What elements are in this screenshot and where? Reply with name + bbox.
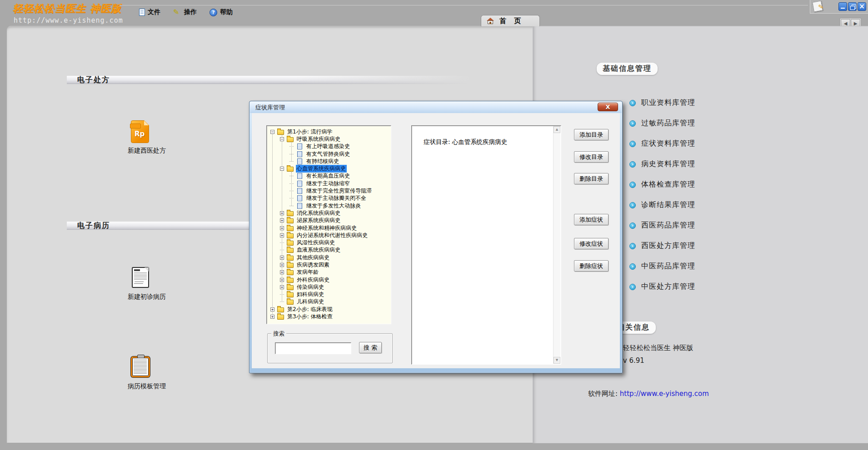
tree-node-label[interactable]: 第1小步: 流行病学: [286, 128, 334, 136]
site-link[interactable]: http://www.e-yisheng.com: [620, 390, 709, 398]
add-symptom-button[interactable]: 添加症状: [574, 214, 609, 225]
tree-node[interactable]: 继发于多发性大动脉炎: [267, 202, 390, 209]
expand-icon[interactable]: +: [280, 226, 284, 230]
expand-icon[interactable]: +: [270, 307, 274, 312]
tree-node-label[interactable]: 传染病病史: [296, 283, 325, 291]
collapse-icon[interactable]: −: [280, 167, 284, 171]
tree-node-label[interactable]: 儿科病病史: [296, 298, 325, 306]
expand-icon[interactable]: +: [280, 278, 284, 282]
tree-node-label[interactable]: 风湿性疾病病史: [296, 239, 336, 247]
expand-icon[interactable]: +: [280, 256, 284, 260]
collapse-icon[interactable]: −: [280, 137, 284, 141]
tree-node[interactable]: 有支气管肺炎病史: [267, 150, 390, 158]
tree-node-label[interactable]: 继发于主动脉瓣关闭不全: [305, 194, 367, 202]
scroll-up-icon[interactable]: ▲: [554, 126, 560, 133]
sidebar-item[interactable]: ›病史资料库管理: [629, 159, 695, 169]
tree-node-label[interactable]: 神经系统和精神疾病病史: [296, 224, 358, 232]
content-scrollbar[interactable]: ▲ ▼: [553, 126, 560, 364]
expand-icon[interactable]: +: [280, 270, 284, 274]
tree-node[interactable]: −第1小步: 流行病学: [267, 128, 390, 135]
tree-node-label[interactable]: 妇科病病史: [296, 291, 325, 298]
tree-node[interactable]: +第2小步: 临床表现: [267, 306, 390, 313]
sidebar-item[interactable]: ›中医处方库管理: [629, 282, 695, 292]
tree-node[interactable]: +外科疾病病史: [267, 276, 390, 283]
tree-node[interactable]: 继发于主动脉瓣关闭不全: [267, 195, 390, 202]
edit-symptom-button[interactable]: 修改症状: [574, 238, 609, 249]
tree-node-label[interactable]: 第2小步: 临床表现: [286, 306, 334, 313]
tree-node-label[interactable]: 泌尿系统疾病病史: [296, 217, 341, 224]
tree-node-label[interactable]: 呼吸系统疾病病史: [296, 135, 341, 143]
tree-node-label[interactable]: 其他疾病病史: [296, 254, 330, 262]
tree-node[interactable]: 有长期高血压病史: [267, 173, 390, 180]
tree-node-label[interactable]: 有支气管肺炎病史: [305, 150, 351, 158]
tree-node-label[interactable]: 外科疾病病史: [296, 276, 330, 284]
sidebar-item[interactable]: ›诊断结果库管理: [629, 200, 695, 210]
tree-node-label[interactable]: 有长期高血压病史: [305, 172, 351, 180]
expand-icon[interactable]: +: [280, 233, 284, 237]
tree-node[interactable]: +发病年龄: [267, 269, 390, 276]
sidebar-item[interactable]: ›过敏药品库管理: [629, 119, 695, 128]
menu-file[interactable]: 文件: [139, 8, 160, 16]
sidebar-item[interactable]: ›体格检查库管理: [629, 180, 695, 189]
record-template-manage-icon[interactable]: [131, 356, 150, 377]
restore-button[interactable]: [848, 2, 857, 11]
search-input[interactable]: [275, 342, 351, 354]
collapse-icon[interactable]: −: [270, 130, 274, 134]
expand-icon[interactable]: +: [280, 218, 284, 223]
search-button[interactable]: 搜 索: [359, 342, 382, 353]
tree-node-label[interactable]: 继发于完全性房室传导阻滞: [305, 187, 373, 195]
tree-node-label[interactable]: 第3小步: 体格检查: [286, 313, 334, 321]
sidebar-item[interactable]: ›中医药品库管理: [629, 262, 695, 271]
expand-icon[interactable]: +: [270, 315, 274, 319]
tree-node-label[interactable]: 发病年龄: [296, 268, 319, 276]
tree-node[interactable]: 有肺结核病史: [267, 158, 390, 165]
tree-node[interactable]: +消化系统疾病病史: [267, 209, 390, 217]
close-window-button[interactable]: [858, 2, 866, 11]
edit-catalog-button[interactable]: 修改目录: [574, 151, 609, 163]
expand-icon[interactable]: +: [280, 263, 284, 267]
sidebar-item[interactable]: ›症状资料库管理: [629, 139, 695, 148]
tree-node[interactable]: +第3小步: 体格检查: [267, 313, 390, 320]
tree-node[interactable]: −心血管系统疾病病史: [267, 165, 390, 172]
sidebar-item[interactable]: ›职业资料库管理: [629, 98, 695, 108]
minimize-button[interactable]: [838, 2, 847, 11]
tree-node[interactable]: 血液系统疾病病史: [267, 247, 390, 254]
tree-node[interactable]: −呼吸系统疾病病史: [267, 135, 390, 143]
menu-help[interactable]: ?帮助: [210, 8, 233, 16]
tree-node-label[interactable]: 继发于多发性大动脉炎: [305, 202, 362, 210]
tree-node[interactable]: +泌尿系统疾病病史: [267, 217, 390, 224]
dialog-close-button[interactable]: X: [598, 103, 618, 111]
tree-node-label[interactable]: 有肺结核病史: [305, 158, 340, 165]
new-first-visit-record-icon[interactable]: [132, 267, 149, 288]
tree-node[interactable]: 有上呼吸道感染史: [267, 143, 390, 150]
tree-node-label[interactable]: 内分泌系统和代谢性疾病病史: [296, 232, 369, 239]
tree-node[interactable]: +传染病病史: [267, 283, 390, 291]
tree-node-label[interactable]: 消化系统疾病病史: [296, 209, 341, 217]
tree-node-label[interactable]: 血液系统疾病病史: [296, 246, 341, 254]
delete-catalog-button[interactable]: 删除目录: [574, 173, 609, 184]
tree-node-label[interactable]: 有上呼吸道感染史: [305, 143, 351, 150]
sidebar-item[interactable]: ›西医处方库管理: [629, 241, 695, 251]
tree-node[interactable]: +神经系统和精神疾病病史: [267, 224, 390, 232]
tree-node[interactable]: +其他疾病病史: [267, 254, 390, 261]
expand-icon[interactable]: +: [280, 285, 284, 289]
tree-node[interactable]: 继发于完全性房室传导阻滞: [267, 187, 390, 194]
tab-home[interactable]: 首 页: [481, 15, 540, 26]
sidebar-item[interactable]: ›西医药品库管理: [629, 221, 695, 230]
add-catalog-button[interactable]: 添加目录: [574, 129, 609, 140]
new-western-prescription-icon[interactable]: Rp: [131, 120, 149, 143]
expand-icon[interactable]: +: [280, 211, 284, 215]
tree-node-label[interactable]: 疾病诱发因素: [296, 261, 330, 269]
tree-node[interactable]: +疾病诱发因素: [267, 261, 390, 268]
delete-symptom-button[interactable]: 删除症状: [574, 260, 609, 272]
scroll-down-icon[interactable]: ▼: [554, 357, 560, 364]
memo-pencil-icon[interactable]: [812, 0, 823, 12]
menu-action[interactable]: 操作: [173, 8, 197, 16]
tree-node-label[interactable]: 继发于主动脉缩窄: [305, 180, 351, 188]
tree-node[interactable]: 风湿性疾病病史: [267, 239, 390, 246]
tree-node-label-selected[interactable]: 心血管系统疾病病史: [296, 165, 347, 173]
tree-node[interactable]: 儿科病病史: [267, 298, 390, 306]
tree-node[interactable]: 继发于主动脉缩窄: [267, 180, 390, 187]
tree-node[interactable]: +内分泌系统和代谢性疾病病史: [267, 232, 390, 239]
tree-node[interactable]: 妇科病病史: [267, 291, 390, 298]
